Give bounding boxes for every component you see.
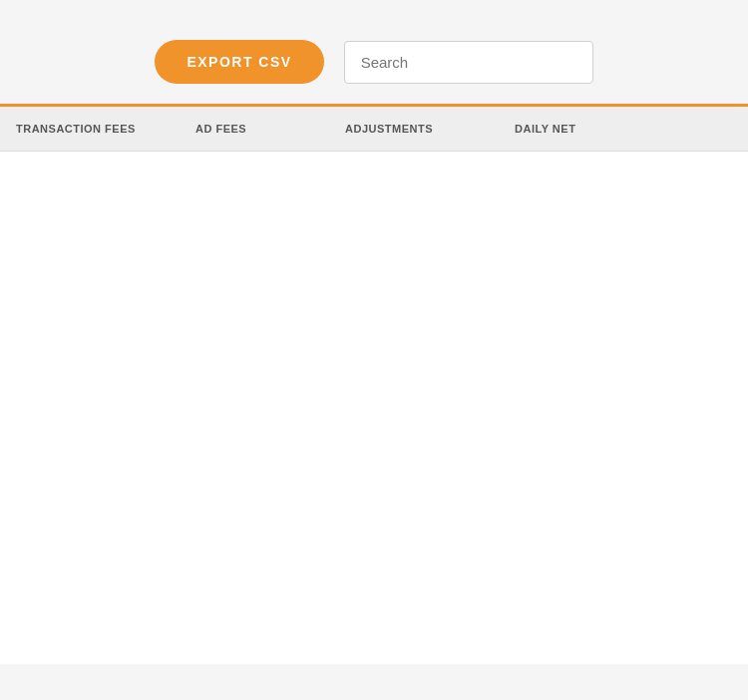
toolbar-area: EXPORT CSV <box>0 0 748 104</box>
page-wrapper: EXPORT CSV TRANSACTION FEES AD FEES ADJU… <box>0 0 748 700</box>
export-csv-button[interactable]: EXPORT CSV <box>155 40 323 84</box>
col-header-adjustments: ADJUSTMENTS <box>329 123 499 135</box>
search-input[interactable] <box>344 41 593 84</box>
table-container: TRANSACTION FEES AD FEES ADJUSTMENTS DAI… <box>0 104 748 700</box>
table-body <box>0 152 748 664</box>
col-header-ad-fees: AD FEES <box>180 123 329 135</box>
table-header: TRANSACTION FEES AD FEES ADJUSTMENTS DAI… <box>0 104 748 152</box>
col-header-transaction-fees: TRANSACTION FEES <box>0 123 180 135</box>
col-header-daily-net: DAILY NET <box>499 123 748 135</box>
